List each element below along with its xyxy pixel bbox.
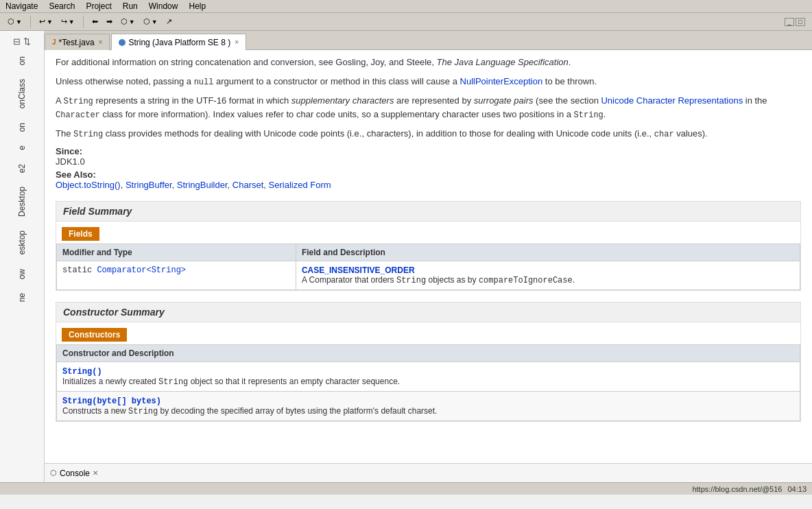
- para-utf16: A String represents a string in the UTF-…: [56, 94, 801, 121]
- compareto-code: compareToIgnoreCase: [479, 276, 573, 285]
- menu-window[interactable]: Window: [149, 1, 178, 11]
- string-code-ctor1: String: [158, 377, 188, 387]
- content-area: For additional information on string con…: [45, 50, 812, 463]
- console-label: Console: [60, 469, 90, 478]
- toolbar: ⬡ ▼ ↩ ▼ ↪ ▼ ⬅ ➡ ⬡ ▼ ⬡ ▼ ↗ _ □: [0, 13, 812, 31]
- maximize-button[interactable]: □: [796, 18, 805, 26]
- toolbar-btn-prev-drop[interactable]: ⬡ ▼: [117, 15, 139, 28]
- ctor-col: Constructor and Description: [57, 344, 800, 362]
- menu-help[interactable]: Help: [189, 1, 206, 11]
- tabs-and-content: J *Test.java × String (Java Platform SE …: [45, 31, 812, 482]
- sidebar-label-esktop: esktop: [14, 225, 29, 260]
- since-label: Since:: [56, 146, 82, 156]
- string-default-ctor-link[interactable]: String(): [62, 366, 102, 376]
- ctor-row1-cell: String() Initializes a newly created Str…: [57, 362, 800, 391]
- status-extra: 04:13: [787, 485, 807, 493]
- window-controls: _ □: [782, 18, 808, 26]
- sidebar-label-ne: ne: [14, 287, 29, 307]
- constructors-table: Constructor and Description String() Ini…: [56, 344, 800, 421]
- menu-run[interactable]: Run: [123, 1, 138, 11]
- character-code: Character: [56, 110, 100, 120]
- toolbar-btn-external[interactable]: ↗: [163, 15, 176, 28]
- see-also-label: See Also:: [56, 169, 96, 180]
- npe-link[interactable]: NullPointerException: [460, 76, 543, 86]
- string-code-2: String: [574, 110, 604, 120]
- string-code-3: String: [73, 130, 103, 139]
- status-url: https://blog.csdn.net/@516: [692, 485, 782, 493]
- sidebar-label-on: on: [14, 51, 29, 71]
- case-insensitive-link[interactable]: CASE_INSENSITIVE_ORDER: [302, 265, 415, 275]
- sidebar-label-onclass: onClass: [14, 73, 29, 114]
- constructor-summary-section: Constructor Summary Constructors Constru…: [56, 302, 801, 422]
- sidebar-label-ow: ow: [14, 263, 29, 285]
- menu-bar: Navigate Search Project Run Window Help: [0, 0, 812, 13]
- field-col-description: Field and Description: [296, 244, 800, 261]
- ctor-row1-desc: Initializes a newly created String objec…: [62, 377, 400, 386]
- console-close-icon[interactable]: ✕: [93, 469, 98, 477]
- menu-navigate[interactable]: Navigate: [5, 1, 38, 11]
- string-code-ctor2: String: [128, 407, 158, 416]
- toolbar-btn-forward[interactable]: ➡: [103, 15, 116, 28]
- sidebar-label-on2: on: [14, 117, 29, 137]
- constructors-badge: Constructors: [62, 328, 127, 342]
- minimize-button[interactable]: _: [785, 18, 794, 26]
- toolbar-btn-next-drop[interactable]: ⬡ ▼: [140, 15, 161, 28]
- see-also-tostring[interactable]: Object.toString(): [56, 180, 121, 190]
- fields-table: Modifier and Type Field and Description …: [56, 244, 800, 290]
- see-also-serialized[interactable]: Serialized Form: [269, 180, 331, 190]
- status-bar: https://blog.csdn.net/@516 04:13: [0, 482, 812, 495]
- left-panel: ⊟ ⇅ on onClass on e e2 Desktop esktop ow…: [0, 31, 45, 482]
- comparator-link[interactable]: Comparator<String>: [97, 265, 186, 275]
- menu-project[interactable]: Project: [86, 1, 111, 11]
- toolbar-btn-undo-drop[interactable]: ↩ ▼: [36, 15, 56, 28]
- para-concatenation: For additional information on string con…: [56, 56, 801, 69]
- field-summary-title: Field Summary: [56, 202, 800, 222]
- sort-icon[interactable]: ⇅: [23, 36, 31, 47]
- see-also-stringbuilder[interactable]: StringBuilder: [177, 180, 228, 190]
- toolbar-separator-2: [83, 16, 84, 28]
- tab-test-java-label: *Test.java: [59, 38, 95, 47]
- tab-string-javadoc[interactable]: String (Java Platform SE 8 ) ×: [111, 34, 246, 50]
- java-file-icon: J: [52, 38, 56, 46]
- para-methods: The String class provides methods for de…: [56, 127, 801, 141]
- toolbar-group-2: ↩ ▼ ↪ ▼: [36, 15, 78, 28]
- toolbar-group-3: ⬅ ➡ ⬡ ▼ ⬡ ▼ ↗: [88, 15, 176, 28]
- supp-chars-italic: supplementary characters: [291, 95, 394, 106]
- char-code: char: [654, 130, 674, 139]
- menu-search[interactable]: Search: [49, 1, 75, 11]
- toolbar-group-1: ⬡ ▼: [4, 15, 25, 28]
- field-modifier-cell: static Comparator<String>: [57, 261, 296, 289]
- table-row: String(byte[] bytes) Constructs a new St…: [57, 391, 800, 421]
- since-value: JDK1.0: [56, 156, 85, 167]
- tab-test-java[interactable]: J *Test.java ×: [45, 34, 110, 50]
- string-code-1: String: [64, 97, 93, 106]
- unicode-chars-link[interactable]: Unicode Character Representations: [601, 95, 743, 106]
- sidebar-label-desktop: Desktop: [14, 181, 29, 222]
- java-spec-italic: The Java Language Specification: [436, 57, 568, 67]
- field-summary-section: Field Summary Fields Modifier and Type F…: [56, 201, 801, 291]
- see-also-charset[interactable]: Charset: [232, 180, 264, 190]
- main-layout: ⊟ ⇅ on onClass on e e2 Desktop esktop ow…: [0, 31, 812, 482]
- string-bytes-ctor-link[interactable]: String(byte[] bytes): [62, 396, 161, 405]
- toolbar-btn-hexagon[interactable]: ⬡ ▼: [4, 15, 25, 28]
- see-also-stringbuffer[interactable]: StringBuffer: [126, 180, 172, 190]
- toolbar-btn-redo-drop[interactable]: ↪ ▼: [58, 15, 78, 28]
- sidebar-label-e: e: [14, 140, 29, 156]
- toolbar-separator-1: [30, 16, 31, 28]
- tab-string-javadoc-close[interactable]: ×: [235, 38, 239, 46]
- ctor-row2-desc: Constructs a new String by decoding the …: [62, 406, 437, 416]
- console-panel: ⬡ Console ✕: [45, 463, 812, 482]
- tab-bar: J *Test.java × String (Java Platform SE …: [45, 31, 812, 50]
- filter-icon[interactable]: ⊟: [13, 36, 21, 47]
- doc-file-icon: [119, 39, 126, 46]
- para-null-arg: Unless otherwise noted, passing a null a…: [56, 75, 801, 88]
- see-also-section: See Also: Object.toString(), StringBuffe…: [56, 169, 801, 190]
- toolbar-btn-back[interactable]: ⬅: [88, 15, 102, 28]
- table-row: String() Initializes a newly created Str…: [57, 362, 800, 391]
- sidebar-label-e2: e2: [14, 158, 29, 178]
- field-desc-text: A Comparator that orders String objects …: [302, 275, 575, 285]
- tab-test-java-close[interactable]: ×: [99, 38, 103, 46]
- field-desc-cell: CASE_INSENSITIVE_ORDER A Comparator that…: [296, 261, 800, 289]
- side-icon-row-filter: ⊟ ⇅: [0, 35, 44, 48]
- constructor-summary-title: Constructor Summary: [56, 303, 800, 322]
